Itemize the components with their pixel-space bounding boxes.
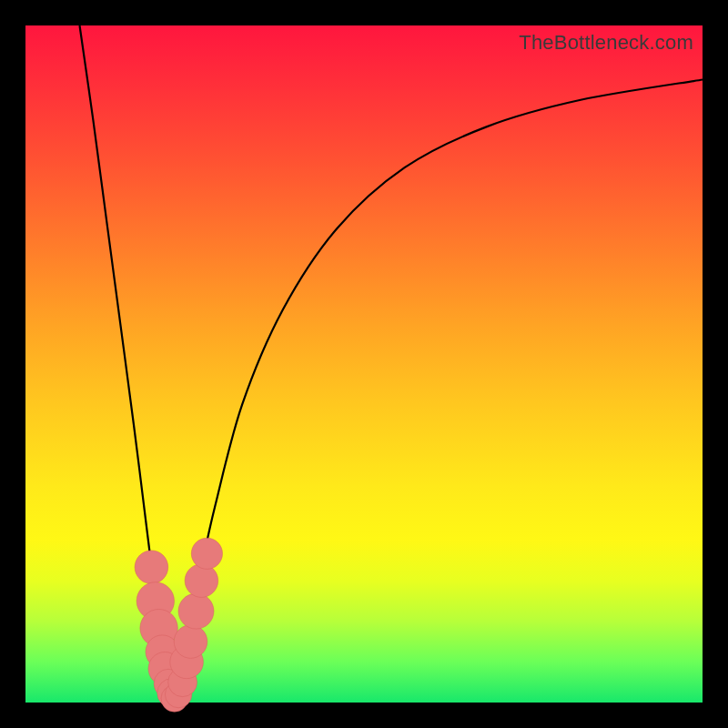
plot-area: TheBottleneck.com <box>25 25 703 703</box>
bead-marker <box>174 625 207 659</box>
bead-markers <box>135 538 222 712</box>
right-curve <box>175 80 703 703</box>
bead-marker <box>191 538 222 569</box>
bead-marker <box>185 564 218 598</box>
chart-frame: TheBottleneck.com <box>0 0 728 728</box>
curve-layer <box>25 25 703 703</box>
bead-marker <box>135 551 168 584</box>
bead-marker <box>178 593 214 629</box>
